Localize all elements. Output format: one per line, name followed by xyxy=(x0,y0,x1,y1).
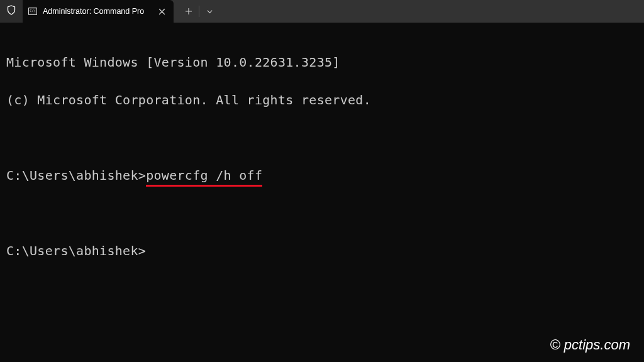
admin-shield-area xyxy=(0,0,23,23)
command-line-2: C:\Users\abhishek> xyxy=(6,241,638,260)
entered-command: powercfg /h off xyxy=(146,166,262,185)
tab-actions xyxy=(174,0,219,23)
version-line: Microsoft Windows [Version 10.0.22631.32… xyxy=(6,53,638,72)
svg-text:C:\: C:\ xyxy=(30,9,35,13)
copyright-line: (c) Microsoft Corporation. All rights re… xyxy=(6,90,638,109)
new-tab-button[interactable] xyxy=(179,0,199,23)
command-text: powercfg /h off xyxy=(146,168,262,183)
watermark: © pctips.com xyxy=(550,337,630,353)
close-icon[interactable] xyxy=(156,6,167,17)
prompt-path: C:\Users\abhishek> xyxy=(6,168,146,183)
blank-line xyxy=(6,204,638,222)
command-line-1: C:\Users\abhishek>powercfg /h off xyxy=(6,166,638,185)
blank-line xyxy=(6,128,638,147)
shield-icon xyxy=(6,5,16,18)
tab-title: Administrator: Command Pro xyxy=(43,7,151,16)
tab-dropdown-button[interactable] xyxy=(199,0,219,23)
cmd-icon: C:\ xyxy=(28,6,38,16)
tab-command-prompt[interactable]: C:\ Administrator: Command Pro xyxy=(23,0,174,23)
prompt-path: C:\Users\abhishek> xyxy=(6,243,146,258)
chevron-down-icon xyxy=(206,6,213,18)
terminal-output[interactable]: Microsoft Windows [Version 10.0.22631.32… xyxy=(0,23,644,290)
plus-icon xyxy=(185,6,192,18)
titlebar: C:\ Administrator: Command Pro xyxy=(0,0,644,23)
annotation-underline xyxy=(146,185,262,187)
